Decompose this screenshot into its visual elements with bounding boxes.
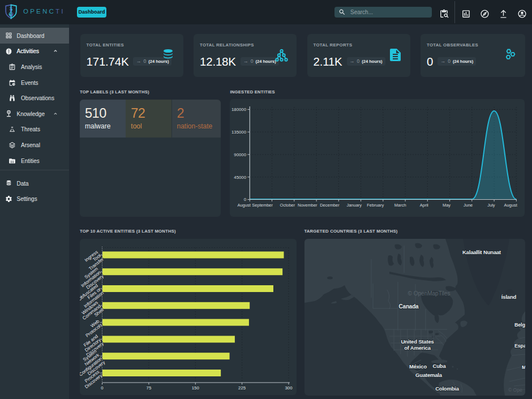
- svg-text:May: May: [443, 203, 451, 208]
- svg-text:March: March: [394, 203, 406, 208]
- svg-text:August: August: [237, 203, 251, 208]
- svg-text:Mali: Mali: [522, 364, 525, 370]
- svg-text:0: 0: [243, 197, 246, 202]
- svg-text:Kalaallit Nunaat: Kalaallit Nunaat: [462, 248, 501, 255]
- svg-text:225: 225: [238, 385, 246, 390]
- svg-text:45000: 45000: [234, 175, 246, 180]
- svg-text:135000: 135000: [231, 130, 247, 135]
- svg-text:España: España: [514, 342, 525, 348]
- svg-text:September: September: [252, 203, 273, 208]
- svg-text:June: June: [464, 203, 473, 208]
- svg-text:December: December: [320, 203, 340, 208]
- svg-text:April: April: [419, 203, 428, 208]
- svg-text:Cuba: Cuba: [432, 363, 446, 369]
- svg-text:Canada: Canada: [398, 303, 419, 309]
- svg-text:Guatemala: Guatemala: [415, 371, 443, 377]
- svg-text:November: November: [298, 203, 318, 208]
- svg-text:Ísland: Ísland: [501, 293, 516, 299]
- svg-text:© Ope: © Ope: [508, 387, 522, 393]
- svg-text:August: August: [504, 203, 517, 208]
- svg-text:July: July: [487, 203, 495, 208]
- svg-text:February: February: [367, 203, 384, 208]
- svg-text:300: 300: [285, 385, 293, 390]
- svg-text:January: January: [346, 203, 362, 208]
- svg-text:of America: of America: [404, 344, 431, 350]
- svg-text:90000: 90000: [234, 152, 246, 157]
- svg-text:Belgique: Belgique: [514, 322, 525, 328]
- svg-text:75: 75: [147, 385, 152, 390]
- svg-text:October: October: [280, 203, 295, 208]
- svg-text:Colombia: Colombia: [435, 385, 460, 392]
- svg-text:United States: United States: [401, 338, 434, 344]
- svg-text:México: México: [409, 363, 426, 370]
- svg-text:© OpenMapTiles: © OpenMapTiles: [407, 290, 450, 296]
- svg-text:180000: 180000: [231, 107, 247, 112]
- svg-text:0: 0: [101, 385, 104, 390]
- svg-text:150: 150: [192, 385, 200, 390]
